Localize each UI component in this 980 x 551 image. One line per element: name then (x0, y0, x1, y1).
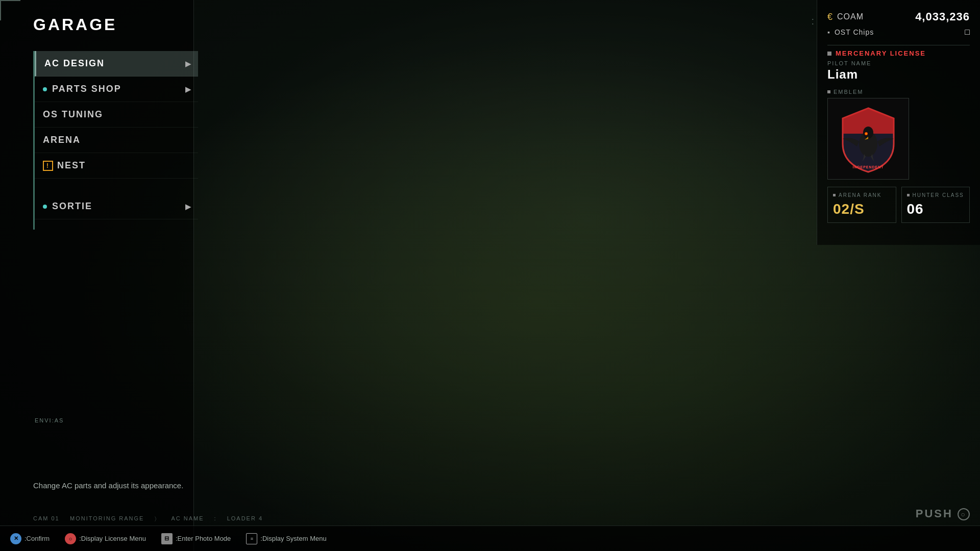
emblem-image: INDEPENDENT (827, 98, 909, 180)
corner-decoration (0, 0, 20, 20)
ost-row: ▪ OST Chips □ (827, 28, 970, 37)
hunter-class-dot (907, 194, 910, 196)
push-text: PUSH (916, 507, 953, 520)
pilot-label: PILOT NAME (827, 60, 970, 66)
currency-icon: € (827, 12, 833, 22)
hint-license-text: :Display License Menu (79, 535, 146, 542)
menu-item-nest[interactable]: ! NEST (35, 153, 198, 179)
arena-rank-value: 02/S (833, 201, 891, 217)
ac-design-label: AC DESIGN (44, 58, 105, 69)
hunter-class-value: 06 (907, 201, 965, 217)
parts-shop-label: PARTS SHOP (52, 84, 121, 94)
parts-shop-arrow: ▶ (185, 85, 192, 93)
page-title: GARAGE (33, 15, 117, 34)
warning-icon: ! (43, 161, 53, 171)
os-tuning-label: OS TUNING (43, 109, 103, 120)
menu-item-arena[interactable]: ARENA (35, 128, 198, 153)
coam-label: € COAM (827, 12, 864, 22)
cam-label: CAM 01 MONITORING RANGE (33, 515, 144, 523)
ost-icon: ▪ (827, 28, 830, 36)
hint-confirm: ✕ :Confirm (10, 533, 50, 544)
right-panel: € COAM 4,033,236 ▪ OST Chips □ MERCENARY… (817, 0, 980, 245)
cam-monitoring: MONITORING RANGE (70, 515, 144, 521)
bottom-bar: ✕ :Confirm ○ :Display License Menu ⊟ :En… (0, 525, 980, 551)
square-button-icon: ⊟ (161, 533, 173, 544)
coam-text: COAM (837, 12, 864, 21)
arena-rank-box: ARENA RANK 02/S (827, 187, 896, 223)
hint-photo-mode: ⊟ :Enter Photo Mode (161, 533, 231, 544)
main-menu: AC DESIGN ▶ PARTS SHOP ▶ OS TUNING ARENA… (35, 51, 198, 219)
right-dots-decoration: : (811, 15, 814, 27)
hunter-class-label: HUNTER CLASS (907, 192, 965, 198)
svg-point-3 (866, 133, 867, 135)
parts-shop-dot (43, 87, 47, 91)
x-button-icon: ✕ (10, 533, 21, 544)
stats-section: ARENA RANK 02/S HUNTER CLASS 06 (827, 187, 970, 223)
menu-item-os-tuning[interactable]: OS TUNING (35, 102, 198, 128)
hunter-class-box: HUNTER CLASS 06 (901, 187, 970, 223)
merc-dot (827, 52, 831, 56)
svg-text:INDEPENDENT: INDEPENDENT (852, 165, 884, 169)
emblem-dot (827, 90, 830, 93)
pilot-section: PILOT NAME Liam (827, 60, 970, 82)
menu-description: Change AC parts and adjust its appearanc… (33, 481, 183, 490)
pilot-name: Liam (827, 67, 970, 82)
emblem-label: EMBLEM (827, 89, 970, 95)
hint-confirm-text: :Confirm (24, 535, 50, 542)
cam-colon: : (214, 515, 217, 523)
envi-label: ENVI:AS (35, 417, 64, 423)
emblem-svg: INDEPENDENT (832, 103, 904, 174)
coam-value: 4,033,236 (915, 10, 970, 23)
options-button-icon: ≡ (246, 533, 257, 544)
panel-divider-1 (827, 45, 970, 45)
ac-name-label: AC NAME (171, 515, 204, 523)
arrow-icon: ▶ (185, 60, 192, 68)
arena-label: ARENA (43, 135, 81, 145)
hint-photo-text: :Enter Photo Mode (176, 535, 231, 542)
ost-text: OST Chips (835, 28, 874, 36)
emblem-section: EMBLEM (827, 89, 970, 180)
sortie-dot (43, 205, 47, 209)
hint-system-menu: ≡ :Display System Menu (246, 533, 326, 544)
menu-item-ac-design[interactable]: AC DESIGN ▶ (35, 51, 198, 77)
menu-item-parts-shop[interactable]: PARTS SHOP ▶ (35, 77, 198, 102)
arena-rank-label: ARENA RANK (833, 192, 891, 198)
push-logo: PUSH ○ (916, 507, 970, 520)
hint-system-text: :Display System Menu (260, 535, 326, 542)
coam-row: € COAM 4,033,236 (827, 10, 970, 23)
nest-label: NEST (57, 160, 86, 171)
sortie-label: SORTIE (52, 201, 92, 212)
sortie-arrow: ▶ (185, 203, 192, 211)
push-button-icon: ○ (958, 508, 970, 520)
cam-info: CAM 01 MONITORING RANGE 〉 AC NAME : LOAD… (33, 515, 263, 523)
menu-item-sortie[interactable]: SORTIE ▶ (35, 194, 198, 219)
circle-button-icon: ○ (65, 533, 76, 544)
merc-license-text: MERCENARY LICENSE (836, 49, 926, 57)
cam-id: CAM 01 (33, 515, 60, 521)
ac-name-value: LOADER 4 (227, 515, 263, 523)
emblem-text: EMBLEM (834, 89, 863, 95)
ost-label: ▪ OST Chips (827, 28, 874, 36)
ost-value: □ (965, 28, 970, 37)
cam-separator: 〉 (154, 515, 161, 523)
arena-rank-dot (833, 194, 836, 196)
merc-license: MERCENARY LICENSE (827, 49, 970, 57)
hint-license-menu: ○ :Display License Menu (65, 533, 146, 544)
